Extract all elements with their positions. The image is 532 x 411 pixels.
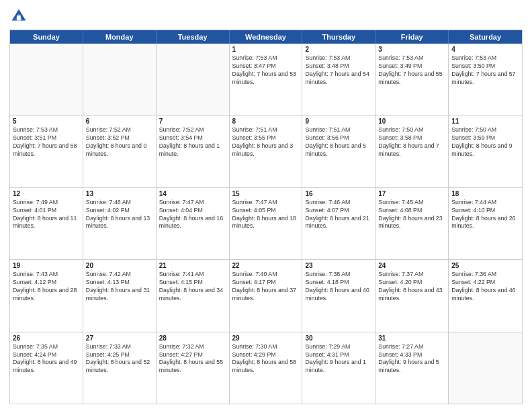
day-number: 3 (378, 46, 445, 53)
calendar-cell-29: 29Sunrise: 7:30 AM Sunset: 4:29 PM Dayli… (230, 332, 303, 404)
header-day-sunday: Sunday (10, 30, 83, 44)
calendar-row-0: 1Sunrise: 7:53 AM Sunset: 3:47 PM Daylig… (10, 44, 522, 115)
logo-icon (9, 7, 28, 26)
day-number: 23 (305, 262, 372, 269)
header-day-thursday: Thursday (302, 30, 375, 44)
day-number: 11 (451, 118, 519, 125)
day-number: 19 (13, 262, 80, 269)
cell-text: Sunrise: 7:53 AM Sunset: 3:51 PM Dayligh… (13, 126, 80, 158)
calendar-row-3: 19Sunrise: 7:43 AM Sunset: 4:12 PM Dayli… (10, 259, 522, 331)
calendar-cell-26: 26Sunrise: 7:35 AM Sunset: 4:24 PM Dayli… (10, 332, 83, 404)
calendar-cell-15: 15Sunrise: 7:47 AM Sunset: 4:05 PM Dayli… (230, 188, 303, 259)
day-number: 1 (232, 46, 300, 53)
calendar-cell-empty-0-2 (157, 44, 230, 115)
day-number: 18 (451, 190, 519, 197)
page: SundayMondayTuesdayWednesdayThursdayFrid… (0, 0, 532, 411)
day-number: 29 (232, 334, 300, 342)
calendar-cell-8: 8Sunrise: 7:51 AM Sunset: 3:55 PM Daylig… (230, 116, 303, 187)
cell-text: Sunrise: 7:32 AM Sunset: 4:27 PM Dayligh… (159, 343, 226, 375)
calendar-body: 1Sunrise: 7:53 AM Sunset: 3:47 PM Daylig… (10, 44, 522, 404)
calendar-cell-14: 14Sunrise: 7:47 AM Sunset: 4:04 PM Dayli… (157, 188, 230, 259)
day-number: 24 (378, 262, 445, 269)
cell-text: Sunrise: 7:43 AM Sunset: 4:12 PM Dayligh… (13, 271, 80, 303)
cell-text: Sunrise: 7:53 AM Sunset: 3:48 PM Dayligh… (305, 54, 372, 87)
calendar-cell-25: 25Sunrise: 7:36 AM Sunset: 4:22 PM Dayli… (449, 260, 522, 331)
calendar-cell-17: 17Sunrise: 7:45 AM Sunset: 4:08 PM Dayli… (375, 188, 449, 259)
header-day-saturday: Saturday (449, 30, 522, 44)
cell-text: Sunrise: 7:30 AM Sunset: 4:29 PM Dayligh… (232, 343, 300, 375)
calendar-cell-31: 31Sunrise: 7:27 AM Sunset: 4:33 PM Dayli… (375, 332, 449, 404)
day-number: 22 (232, 262, 300, 269)
calendar-cell-27: 27Sunrise: 7:33 AM Sunset: 4:25 PM Dayli… (83, 332, 157, 404)
calendar-cell-20: 20Sunrise: 7:42 AM Sunset: 4:13 PM Dayli… (83, 260, 157, 331)
calendar-cell-23: 23Sunrise: 7:38 AM Sunset: 4:18 PM Dayli… (302, 260, 375, 331)
cell-text: Sunrise: 7:53 AM Sunset: 3:49 PM Dayligh… (378, 54, 445, 87)
header-day-monday: Monday (83, 30, 157, 44)
day-number: 30 (305, 334, 372, 342)
cell-text: Sunrise: 7:53 AM Sunset: 3:50 PM Dayligh… (451, 54, 519, 87)
day-number: 6 (86, 118, 153, 125)
cell-text: Sunrise: 7:52 AM Sunset: 3:54 PM Dayligh… (159, 126, 226, 158)
day-number: 12 (13, 190, 80, 197)
day-number: 31 (378, 334, 445, 342)
day-number: 10 (378, 118, 445, 125)
day-number: 5 (13, 118, 80, 125)
logo (9, 7, 31, 26)
cell-text: Sunrise: 7:50 AM Sunset: 3:59 PM Dayligh… (451, 126, 519, 158)
cell-text: Sunrise: 7:38 AM Sunset: 4:18 PM Dayligh… (305, 271, 372, 303)
day-number: 13 (86, 190, 153, 197)
cell-text: Sunrise: 7:27 AM Sunset: 4:33 PM Dayligh… (378, 343, 445, 375)
cell-text: Sunrise: 7:45 AM Sunset: 4:08 PM Dayligh… (378, 199, 445, 231)
calendar-cell-6: 6Sunrise: 7:52 AM Sunset: 3:52 PM Daylig… (83, 116, 157, 187)
cell-text: Sunrise: 7:36 AM Sunset: 4:22 PM Dayligh… (451, 271, 519, 303)
day-number: 21 (159, 262, 226, 269)
calendar-cell-10: 10Sunrise: 7:50 AM Sunset: 3:58 PM Dayli… (375, 116, 449, 187)
header-day-friday: Friday (375, 30, 449, 44)
calendar-cell-empty-0-1 (83, 44, 157, 115)
day-number: 15 (232, 190, 300, 197)
day-number: 2 (305, 46, 372, 53)
cell-text: Sunrise: 7:50 AM Sunset: 3:58 PM Dayligh… (378, 126, 445, 158)
cell-text: Sunrise: 7:44 AM Sunset: 4:10 PM Dayligh… (451, 199, 519, 231)
calendar-cell-30: 30Sunrise: 7:29 AM Sunset: 4:31 PM Dayli… (302, 332, 375, 404)
header-day-tuesday: Tuesday (157, 30, 230, 44)
cell-text: Sunrise: 7:42 AM Sunset: 4:13 PM Dayligh… (86, 271, 153, 303)
calendar-cell-9: 9Sunrise: 7:51 AM Sunset: 3:56 PM Daylig… (302, 116, 375, 187)
calendar-cell-28: 28Sunrise: 7:32 AM Sunset: 4:27 PM Dayli… (157, 332, 230, 404)
header (9, 7, 523, 26)
cell-text: Sunrise: 7:49 AM Sunset: 4:01 PM Dayligh… (13, 199, 80, 231)
cell-text: Sunrise: 7:51 AM Sunset: 3:56 PM Dayligh… (305, 126, 372, 158)
calendar-cell-1: 1Sunrise: 7:53 AM Sunset: 3:47 PM Daylig… (230, 44, 303, 115)
day-number: 26 (13, 334, 80, 342)
cell-text: Sunrise: 7:29 AM Sunset: 4:31 PM Dayligh… (305, 343, 372, 375)
calendar-cell-7: 7Sunrise: 7:52 AM Sunset: 3:54 PM Daylig… (157, 116, 230, 187)
calendar-cell-empty-0-0 (10, 44, 83, 115)
calendar-cell-3: 3Sunrise: 7:53 AM Sunset: 3:49 PM Daylig… (375, 44, 449, 115)
cell-text: Sunrise: 7:41 AM Sunset: 4:15 PM Dayligh… (159, 271, 226, 303)
day-number: 17 (378, 190, 445, 197)
day-number: 25 (451, 262, 519, 269)
calendar-cell-21: 21Sunrise: 7:41 AM Sunset: 4:15 PM Dayli… (157, 260, 230, 331)
cell-text: Sunrise: 7:35 AM Sunset: 4:24 PM Dayligh… (13, 343, 80, 375)
day-number: 20 (86, 262, 153, 269)
calendar-cell-22: 22Sunrise: 7:40 AM Sunset: 4:17 PM Dayli… (230, 260, 303, 331)
calendar-cell-4: 4Sunrise: 7:53 AM Sunset: 3:50 PM Daylig… (449, 44, 522, 115)
svg-rect-2 (17, 15, 21, 20)
day-number: 27 (86, 334, 153, 342)
calendar-cell-13: 13Sunrise: 7:48 AM Sunset: 4:02 PM Dayli… (83, 188, 157, 259)
cell-text: Sunrise: 7:46 AM Sunset: 4:07 PM Dayligh… (305, 199, 372, 231)
day-number: 14 (159, 190, 226, 197)
calendar-cell-16: 16Sunrise: 7:46 AM Sunset: 4:07 PM Dayli… (302, 188, 375, 259)
cell-text: Sunrise: 7:48 AM Sunset: 4:02 PM Dayligh… (86, 199, 153, 231)
calendar-cell-2: 2Sunrise: 7:53 AM Sunset: 3:48 PM Daylig… (302, 44, 375, 115)
cell-text: Sunrise: 7:51 AM Sunset: 3:55 PM Dayligh… (232, 126, 300, 158)
calendar-cell-empty-4-6 (449, 332, 522, 404)
calendar: SundayMondayTuesdayWednesdayThursdayFrid… (9, 30, 523, 404)
day-number: 4 (451, 46, 519, 53)
day-number: 8 (232, 118, 300, 125)
calendar-row-4: 26Sunrise: 7:35 AM Sunset: 4:24 PM Dayli… (10, 332, 522, 404)
calendar-header: SundayMondayTuesdayWednesdayThursdayFrid… (10, 30, 522, 44)
cell-text: Sunrise: 7:52 AM Sunset: 3:52 PM Dayligh… (86, 126, 153, 158)
cell-text: Sunrise: 7:40 AM Sunset: 4:17 PM Dayligh… (232, 271, 300, 303)
cell-text: Sunrise: 7:47 AM Sunset: 4:04 PM Dayligh… (159, 199, 226, 231)
